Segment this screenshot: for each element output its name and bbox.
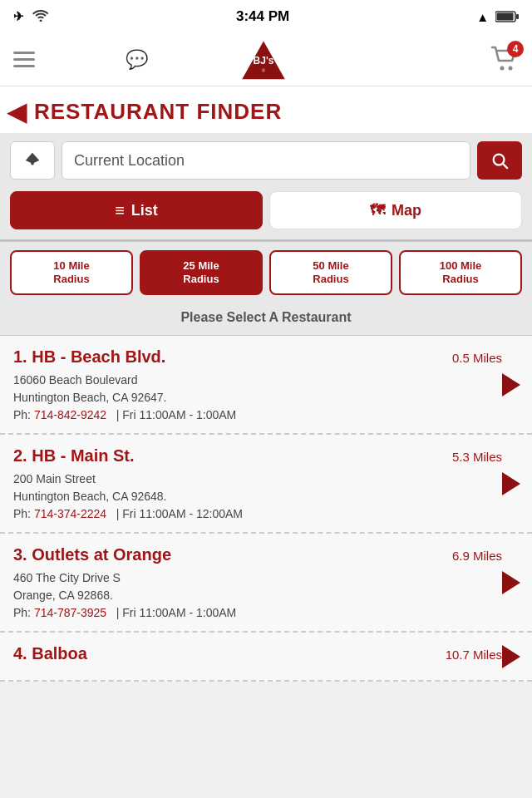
restaurant-list: 1. HB - Beach Blvd. 0.5 Miles 16060 Beac… — [0, 336, 532, 682]
restaurant-distance-1: 0.5 Miles — [452, 351, 502, 365]
restaurant-name-row-2: 2. HB - Main St. 5.3 Miles — [13, 446, 502, 466]
select-prompt: Please Select A Restaurant — [0, 303, 532, 336]
status-left: ✈ — [13, 9, 49, 24]
restaurant-phone-1: Ph: 714-842-9242 | Fri 11:00AM - 1:00AM — [13, 408, 502, 421]
status-right: ▲ — [476, 10, 519, 24]
search-input[interactable] — [62, 141, 470, 180]
restaurant-name-4: 4. Balboa — [13, 644, 87, 663]
svg-text:®: ® — [262, 68, 265, 73]
restaurant-name-1: 1. HB - Beach Blvd. — [13, 347, 165, 367]
navigate-arrow-2[interactable] — [502, 472, 520, 495]
status-time: 3:44 PM — [236, 8, 289, 25]
radius-50-button[interactable]: 50 MileRadius — [269, 250, 392, 295]
battery-icon — [495, 10, 519, 23]
header-title-row: ◀ RESTAURANT FINDER — [0, 95, 532, 133]
restaurant-item[interactable]: 1. HB - Beach Blvd. 0.5 Miles 16060 Beac… — [0, 336, 532, 435]
restaurant-content-4: 4. Balboa 10.7 Miles — [13, 644, 502, 668]
tab-list[interactable]: ≡ List — [10, 191, 263, 229]
svg-text:BJ's: BJ's — [253, 54, 273, 66]
location-arrow-icon: ▲ — [476, 10, 489, 24]
search-row — [0, 133, 532, 191]
status-bar: ✈ 3:44 PM ▲ — [0, 0, 532, 33]
search-button[interactable] — [477, 141, 522, 180]
phone-link-1[interactable]: 714-842-9242 — [34, 408, 106, 421]
restaurant-address-3: 460 The City Drive S Orange, CA 92868. — [13, 569, 502, 604]
svg-point-8 — [509, 66, 513, 70]
navigate-arrow-1[interactable] — [502, 373, 520, 397]
back-button[interactable]: ◀ — [7, 98, 27, 125]
restaurant-name-row-3: 3. Outlets at Orange 6.9 Miles — [13, 545, 502, 564]
page-title: RESTAURANT FINDER — [34, 99, 282, 125]
restaurant-item-2[interactable]: 2. HB - Main St. 5.3 Miles 200 Main Stre… — [0, 435, 532, 534]
page-header: ◀ RESTAURANT FINDER ≡ List 🗺 Map — [0, 86, 532, 242]
radius-100-button[interactable]: 100 MileRadius — [399, 250, 522, 295]
restaurant-distance-3: 6.9 Miles — [452, 549, 502, 563]
tab-list-label: List — [131, 202, 158, 219]
cart-container[interactable]: 4 — [490, 46, 519, 74]
cart-badge: 4 — [507, 41, 524, 57]
svg-point-7 — [500, 66, 505, 70]
navigate-arrow-3[interactable] — [502, 571, 520, 594]
restaurant-distance-4: 10.7 Miles — [446, 648, 502, 662]
nav-bar: 💬 BJ's ® 4 — [0, 33, 532, 86]
location-icon — [23, 151, 42, 170]
airplane-icon: ✈ — [13, 9, 24, 24]
phone-link-2[interactable]: 714-374-2224 — [34, 507, 106, 520]
hamburger-menu[interactable] — [13, 52, 35, 67]
restaurant-item-4[interactable]: 4. Balboa 10.7 Miles — [0, 633, 532, 682]
radius-10-button[interactable]: 10 MileRadius — [10, 250, 133, 295]
phone-link-3[interactable]: 714-787-3925 — [34, 606, 106, 619]
restaurant-name-row-4: 4. Balboa 10.7 Miles — [13, 644, 502, 663]
search-icon — [490, 151, 509, 170]
restaurant-content-3: 3. Outlets at Orange 6.9 Miles 460 The C… — [13, 545, 502, 619]
restaurant-content-2: 2. HB - Main St. 5.3 Miles 200 Main Stre… — [13, 446, 502, 520]
restaurant-address-2: 200 Main Street Huntington Beach, CA 926… — [13, 470, 502, 505]
tab-map-label: Map — [392, 202, 421, 219]
svg-line-11 — [503, 164, 507, 168]
tabs-row: ≡ List 🗺 Map — [0, 191, 532, 239]
bjs-logo: BJ's ® — [239, 37, 288, 82]
restaurant-content-1: 1. HB - Beach Blvd. 0.5 Miles 16060 Beac… — [13, 347, 502, 421]
restaurant-item-3[interactable]: 3. Outlets at Orange 6.9 Miles 460 The C… — [0, 534, 532, 633]
restaurant-address-1: 16060 Beach Boulevard Huntington Beach, … — [13, 372, 502, 406]
current-location-button[interactable] — [10, 141, 55, 180]
svg-rect-2 — [516, 14, 519, 19]
restaurant-name-2: 2. HB - Main St. — [13, 446, 135, 466]
tab-map[interactable]: 🗺 Map — [269, 191, 522, 229]
restaurant-name-3: 3. Outlets at Orange — [13, 545, 171, 564]
restaurant-name-row-1: 1. HB - Beach Blvd. 0.5 Miles — [13, 347, 502, 367]
navigate-arrow-4[interactable] — [502, 645, 520, 668]
radius-row: 10 MileRadius 25 MileRadius 50 MileRadiu… — [0, 242, 532, 303]
restaurant-phone-2: Ph: 714-374-2224 | Fri 11:00AM - 12:00AM — [13, 507, 502, 520]
wifi-icon — [32, 10, 49, 24]
restaurant-distance-2: 5.3 Miles — [452, 450, 502, 464]
list-icon: ≡ — [115, 201, 125, 220]
radius-25-button[interactable]: 25 MileRadius — [140, 250, 263, 295]
svg-rect-1 — [496, 13, 513, 21]
map-icon: 🗺 — [370, 202, 385, 219]
chat-icon[interactable]: 💬 — [126, 49, 148, 71]
svg-point-9 — [31, 162, 34, 165]
restaurant-phone-3: Ph: 714-787-3925 | Fri 11:00AM - 1:00AM — [13, 606, 502, 619]
